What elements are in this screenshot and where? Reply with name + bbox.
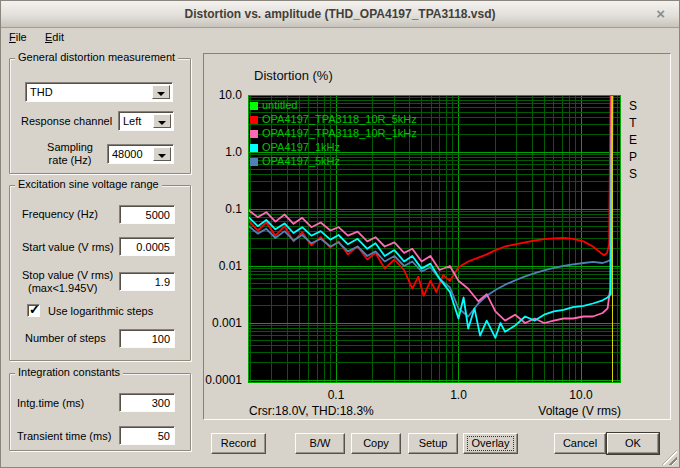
menu-bar: File Edit xyxy=(1,28,679,47)
y-tick: 10.0 xyxy=(204,88,242,102)
x-tick: 10.0 xyxy=(559,388,603,402)
response-channel-label: Response channel xyxy=(21,115,112,127)
legend-swatch-icon xyxy=(250,130,258,138)
legend-label: OPA4197_TPA3118_10R_1kHz xyxy=(262,127,417,139)
legend-item: untitled xyxy=(250,98,417,112)
focus-ring xyxy=(467,436,514,451)
chevron-down-icon[interactable] xyxy=(153,147,171,161)
close-icon[interactable]: × xyxy=(656,1,665,27)
number-of-steps-input[interactable]: 100 xyxy=(119,329,175,348)
x-axis-label: Voltage (V rms) xyxy=(471,404,621,418)
legend-swatch-icon xyxy=(250,158,258,166)
number-of-steps-label: Number of steps xyxy=(25,332,106,344)
x-tick: 0.1 xyxy=(314,388,358,402)
sampling-rate-select[interactable]: 48000 xyxy=(107,144,174,164)
menu-edit[interactable]: Edit xyxy=(41,28,68,47)
legend-item: OPA4197_1kHz xyxy=(250,140,417,154)
intg-time-input[interactable]: 300 xyxy=(119,393,175,412)
legend-swatch-icon xyxy=(250,116,258,124)
legend-swatch-icon xyxy=(250,102,258,110)
stop-value-input[interactable]: 1.9 xyxy=(119,272,175,291)
start-value-label: Start value (V rms) xyxy=(22,241,114,253)
legend-label: OPA4197_5kHz xyxy=(262,155,340,167)
resize-grip[interactable] xyxy=(662,450,677,465)
bw-button[interactable]: B/W xyxy=(295,433,345,454)
sampling-rate-value: 48000 xyxy=(112,145,153,163)
group-general-title: General distortion measurement xyxy=(15,51,178,63)
group-integration-title: Integration constants xyxy=(15,366,123,378)
dialog-window: Distortion vs. amplitude (THD_OPA4197_TP… xyxy=(0,0,680,468)
steps-label: S T E P S xyxy=(627,98,639,183)
legend-label: OPA4197_1kHz xyxy=(262,141,340,153)
y-tick: 0.001 xyxy=(204,316,242,330)
transient-time-label: Transient time (ms) xyxy=(17,430,111,442)
y-tick: 0.0001 xyxy=(204,373,242,387)
legend-item: OPA4197_TPA3118_10R_5kHz xyxy=(250,112,417,126)
ok-button[interactable]: OK xyxy=(607,433,659,454)
chevron-down-icon[interactable] xyxy=(152,85,170,99)
cursor-readout: Crsr:18.0V, THD:18.3% xyxy=(249,404,374,418)
y-tick: 1.0 xyxy=(204,145,242,159)
y-tick: 0.01 xyxy=(204,259,242,273)
cancel-button[interactable]: Cancel xyxy=(554,433,606,454)
response-channel-value: Left xyxy=(123,112,153,130)
chevron-down-icon[interactable] xyxy=(153,114,171,128)
group-excitation-title: Excitation sine voltage range xyxy=(15,178,162,190)
frequency-label: Frequency (Hz) xyxy=(22,208,98,220)
legend-item: OPA4197_5kHz xyxy=(250,154,417,168)
x-tick: 1.0 xyxy=(437,388,481,402)
legend-swatch-icon xyxy=(250,144,258,152)
plot-legend: untitledOPA4197_TPA3118_10R_5kHzOPA4197_… xyxy=(250,98,417,168)
overlay-button[interactable]: Overlay xyxy=(463,433,518,454)
window-title: Distortion vs. amplitude (THD_OPA4197_TP… xyxy=(185,7,496,21)
measurement-select[interactable]: THD xyxy=(25,82,173,102)
title-bar: Distortion vs. amplitude (THD_OPA4197_TP… xyxy=(1,1,679,28)
frequency-input[interactable]: 5000 xyxy=(119,205,175,224)
legend-label: untitled xyxy=(262,99,297,111)
intg-time-label: Intg.time (ms) xyxy=(17,397,84,409)
measurement-value: THD xyxy=(30,83,152,101)
y-tick: 0.1 xyxy=(204,202,242,216)
legend-item: OPA4197_TPA3118_10R_1kHz xyxy=(250,126,417,140)
stop-value-label: Stop value (V rms) xyxy=(22,269,113,281)
log-steps-checkbox[interactable]: ✓ xyxy=(27,304,40,317)
stop-value-note: (max<1.945V) xyxy=(28,282,97,294)
start-value-input[interactable]: 0.0005 xyxy=(119,237,175,256)
check-icon: ✓ xyxy=(29,302,40,317)
sampling-rate-label: Sampling rate (Hz) xyxy=(41,141,99,167)
setup-button[interactable]: Setup xyxy=(408,433,458,454)
plot-title: Distortion (%) xyxy=(254,68,333,83)
log-steps-label: Use logarithmic steps xyxy=(48,305,153,317)
menu-file[interactable]: File xyxy=(5,28,31,47)
legend-label: OPA4197_TPA3118_10R_5kHz xyxy=(262,113,417,125)
record-button[interactable]: Record xyxy=(211,433,266,454)
copy-button[interactable]: Copy xyxy=(351,433,401,454)
plot-panel: Distortion (%) untitledOPA4197_TPA3118_1… xyxy=(203,53,671,420)
transient-time-input[interactable]: 50 xyxy=(119,426,175,445)
response-channel-select[interactable]: Left xyxy=(118,111,174,131)
